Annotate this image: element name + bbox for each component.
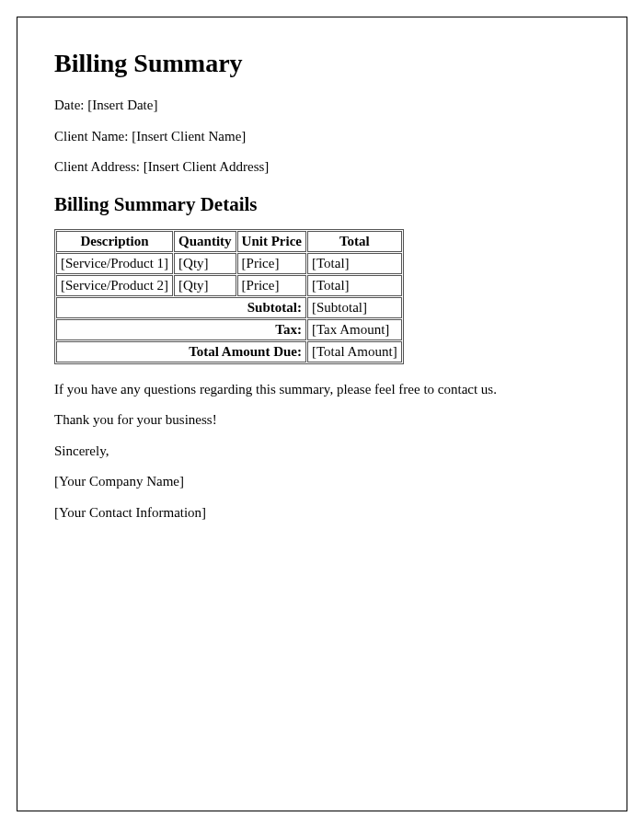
table-row: [Service/Product 2] [Qty] [Price] [Total… [56,275,402,296]
header-total: Total [307,231,402,252]
header-quantity: Quantity [174,231,236,252]
subtotal-label: Subtotal: [56,297,306,318]
header-unit-price: Unit Price [237,231,306,252]
cell-total: [Total] [307,275,402,296]
table-row: [Service/Product 1] [Qty] [Price] [Total… [56,253,402,274]
cell-quantity: [Qty] [174,275,236,296]
cell-description: [Service/Product 2] [56,275,173,296]
footer-questions: If you have any questions regarding this… [54,381,590,399]
tax-value: [Tax Amount] [307,319,402,340]
total-due-value: [Total Amount] [307,341,402,362]
cell-description: [Service/Product 1] [56,253,173,274]
footer-company: [Your Company Name] [54,473,590,491]
details-heading: Billing Summary Details [54,193,590,216]
billing-table: Description Quantity Unit Price Total [S… [54,229,404,364]
total-due-row: Total Amount Due: [Total Amount] [56,341,402,362]
cell-total: [Total] [307,253,402,274]
subtotal-row: Subtotal: [Subtotal] [56,297,402,318]
header-description: Description [56,231,173,252]
date-line: Date: [Insert Date] [54,97,590,115]
document-page: Billing Summary Date: [Insert Date] Clie… [17,17,627,811]
table-header-row: Description Quantity Unit Price Total [56,231,402,252]
footer-signoff: Sincerely, [54,443,590,461]
date-value: [Insert Date] [87,98,157,112]
client-address-label: Client Address: [54,159,144,174]
page-title: Billing Summary [54,49,590,78]
client-address-line: Client Address: [Insert Client Address] [54,158,590,177]
tax-label: Tax: [56,319,306,340]
cell-quantity: [Qty] [174,253,236,274]
footer-contact: [Your Contact Information] [54,504,590,523]
client-name-value: [Insert Client Name] [132,129,246,144]
subtotal-value: [Subtotal] [307,297,402,318]
cell-unit-price: [Price] [237,253,306,274]
client-name-label: Client Name: [54,129,132,144]
total-due-label: Total Amount Due: [56,341,306,362]
date-label: Date: [54,98,87,112]
tax-row: Tax: [Tax Amount] [56,319,402,340]
cell-unit-price: [Price] [237,275,306,296]
client-address-value: [Insert Client Address] [144,159,270,174]
footer-thanks: Thank you for your business! [54,411,590,430]
client-name-line: Client Name: [Insert Client Name] [54,128,590,146]
